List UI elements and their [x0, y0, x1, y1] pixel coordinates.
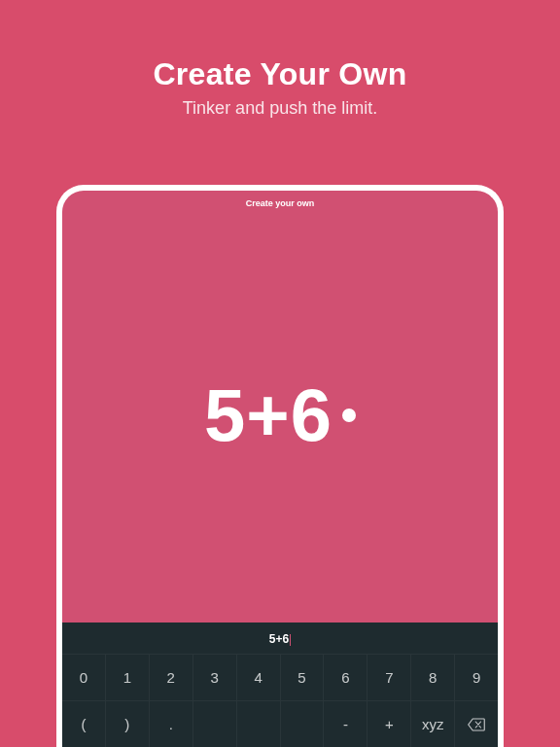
- key-5[interactable]: 5: [281, 654, 325, 700]
- key-row-digits: 0 1 2 3 4 5 6 7 8 9: [62, 654, 498, 700]
- device-screen: Create your own 5+6 5+6 0 1 2 3 4 5 6 7 …: [62, 191, 498, 747]
- promo-header: Create Your Own Tinker and push the limi…: [0, 0, 560, 119]
- key-plus[interactable]: +: [368, 700, 411, 747]
- key-7[interactable]: 7: [368, 654, 411, 700]
- key-0[interactable]: 0: [62, 654, 106, 700]
- keyboard-panel: 5+6 0 1 2 3 4 5 6 7 8 9 ( ) . -: [62, 622, 498, 747]
- key-8[interactable]: 8: [411, 654, 455, 700]
- key-1[interactable]: 1: [106, 654, 150, 700]
- expression-text: 5+6: [204, 378, 356, 452]
- key-row-ops: ( ) . - + xyz: [62, 700, 498, 747]
- key-3[interactable]: 3: [193, 654, 237, 700]
- key-blank-3[interactable]: [281, 700, 325, 747]
- key-dot[interactable]: .: [150, 700, 193, 747]
- key-4[interactable]: 4: [237, 654, 281, 700]
- caret: [290, 634, 291, 646]
- key-open-paren[interactable]: (: [62, 700, 106, 747]
- keyboard-preview: 5+6: [62, 632, 498, 654]
- key-minus[interactable]: -: [324, 700, 368, 747]
- keyboard-preview-text: 5+6: [269, 632, 289, 646]
- promo-subtitle: Tinker and push the limit.: [0, 98, 560, 119]
- key-blank-1[interactable]: [193, 700, 237, 747]
- key-xyz[interactable]: xyz: [411, 700, 455, 747]
- screen-title: Create your own: [62, 191, 498, 208]
- key-backspace[interactable]: [455, 700, 498, 747]
- promo-title: Create Your Own: [0, 56, 560, 92]
- backspace-icon: [468, 718, 485, 731]
- key-2[interactable]: 2: [150, 654, 193, 700]
- key-close-paren[interactable]: ): [106, 700, 150, 747]
- expression-cursor-dot: [342, 409, 356, 422]
- key-blank-2[interactable]: [237, 700, 281, 747]
- key-9[interactable]: 9: [455, 654, 498, 700]
- device-frame: Create your own 5+6 5+6 0 1 2 3 4 5 6 7 …: [56, 185, 504, 747]
- expression-value: 5+6: [204, 378, 332, 452]
- expression-display: 5+6: [62, 208, 498, 622]
- key-6[interactable]: 6: [324, 654, 368, 700]
